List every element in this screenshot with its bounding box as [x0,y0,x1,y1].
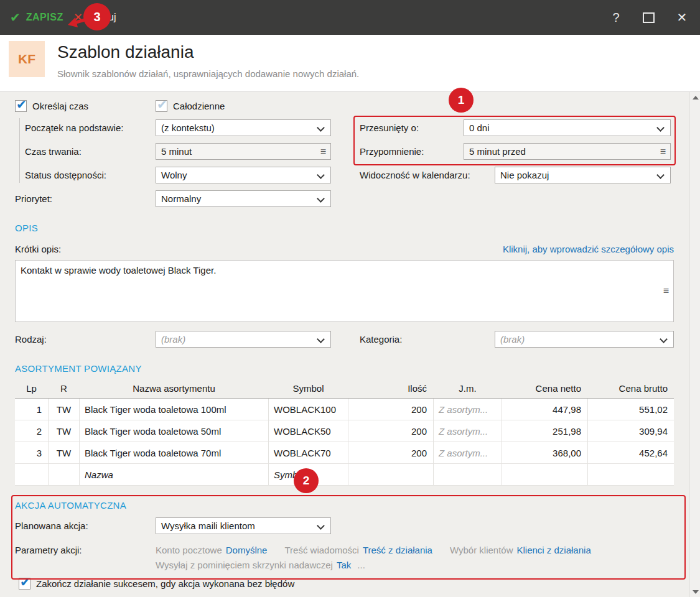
table-row[interactable]: 2 TW Black Tiger woda toaletowa 50ml WOB… [15,420,674,442]
przypomnienie-label: Przypomnienie: [360,146,424,157]
cell-jm[interactable]: Z asortym... [434,420,502,442]
cell-nazwa[interactable]: Black Tiger woda toaletowa 50ml [80,420,269,442]
przesuniety-label: Przesunięty o: [360,123,419,133]
rodzaj-dropdown[interactable]: (brak) [156,331,331,348]
status-label: Status dostępności: [25,170,106,180]
col-brutto: Cena brutto [588,378,674,398]
help-button[interactable]: ? [602,0,630,35]
window: ✔ ZAPISZ ✕ Anuluj ? ✕ KF Szablon działan… [0,0,700,597]
scrollbar-up-button[interactable] [690,92,700,103]
checkbox-okreslaj-czas[interactable]: ✔ Określaj czas [15,100,88,112]
cell-netto[interactable]: 447,98 [502,399,588,420]
section-asortyment-title: ASORTYMENT POWIĄZANY [15,363,142,374]
status-value: Wolny [161,170,187,180]
cell-r[interactable]: TW [49,420,80,442]
cancel-label: Anuluj [88,12,116,23]
cell-symbol[interactable]: WOBLACK50 [269,420,348,442]
cell-r[interactable]: TW [49,399,80,420]
param-name: Wysyłaj z pominięciem skrzynki nadawczej [156,560,333,570]
cell-brutto[interactable]: 309,94 [588,420,674,442]
scrollbar-down-button[interactable] [690,586,700,597]
col-netto: Cena netto [502,378,588,398]
table-row[interactable]: 3 TW Black Tiger woda toaletowa 70ml WOB… [15,442,674,464]
cell-lp[interactable]: 1 [15,399,49,420]
szczegolowy-opis-link[interactable]: Kliknij, aby wprowadzić szczegółowy opis [503,244,674,254]
cell-r[interactable] [49,464,80,485]
cell-nazwa[interactable]: Black Tiger woda toaletowa 70ml [80,442,269,463]
planowana-akcja-dropdown[interactable]: Wysyłka maili klientom [156,517,331,534]
czas-trwania-value: 5 minut [161,146,192,157]
cancel-button[interactable]: ✕ Anuluj [73,0,116,35]
cell-r[interactable]: TW [49,442,80,463]
cell-lp[interactable]: 2 [15,420,49,442]
kategoria-dropdown[interactable]: (brak) [495,331,674,348]
cell-ilosc[interactable]: 200 [348,399,434,420]
avatar-badge: KF [9,41,45,77]
param-value-link[interactable]: Klienci z działania [517,545,591,555]
toolbar: ✔ ZAPISZ ✕ Anuluj ? ✕ [0,0,700,35]
checkbox-zakoncz[interactable]: ✔ Zakończ działanie sukcesem, gdy akcja … [19,578,294,590]
maximize-icon [643,12,655,23]
cell-jm[interactable] [434,464,502,485]
cell-netto[interactable]: 251,98 [502,420,588,442]
cell-brutto[interactable]: 452,64 [588,442,674,463]
close-button[interactable]: ✕ [668,0,696,35]
section-opis-title: OPIS [15,223,38,233]
vertical-scrollbar[interactable] [689,92,700,597]
cell-netto[interactable]: 368,00 [502,442,588,463]
param-value-link[interactable]: Domyślne [226,545,268,555]
przesuniety-dropdown[interactable]: 0 dni [464,119,671,136]
czas-trwania-field[interactable]: 5 minut ≡ [156,143,331,160]
status-dropdown[interactable]: Wolny [156,167,331,183]
maximize-button[interactable] [635,0,662,35]
cell-nazwa-placeholder[interactable]: Nazwa [80,464,269,485]
cell-brutto[interactable] [588,464,674,485]
col-ilosc: Ilość [348,378,434,398]
param-name: Treść wiadomości [284,545,358,555]
cell-ilosc[interactable]: 200 [348,442,434,463]
poczatek-value: (z kontekstu) [161,123,215,133]
cell-netto[interactable] [502,464,588,485]
checkbox-zakoncz-label: Zakończ działanie sukcesem, gdy akcja wy… [36,578,294,589]
poczatek-dropdown[interactable]: (z kontekstu) [156,119,331,136]
cell-nazwa[interactable]: Black Tiger woda toaletowa 100ml [80,399,269,420]
checkbox-checked-icon: ✔ [15,100,27,112]
param-value-link[interactable]: Treść z działania [363,545,432,555]
checkbox-ghost-icon: ✔ [156,100,167,112]
close-icon: ✕ [677,10,688,25]
planowana-akcja-value: Wysyłka maili klientom [161,521,255,531]
rodzaj-label: Rodzaj: [15,334,47,345]
param-value-link[interactable]: Tak [337,560,351,570]
checkbox-calodzienne[interactable]: ✔ Całodzienne [156,100,225,112]
kategoria-label: Kategoria: [360,334,402,345]
table-new-row[interactable]: Nazwa Symb [15,464,674,486]
widocznosc-dropdown[interactable]: Nie pokazuj [495,167,671,183]
cell-jm[interactable]: Z asortym... [434,399,502,420]
header-divider [0,91,700,92]
save-button[interactable]: ✔ ZAPISZ [10,0,63,35]
przypomnienie-field[interactable]: 5 minut przed ≡ [464,143,671,160]
save-label: ZAPISZ [26,12,63,23]
cell-brutto[interactable]: 551,02 [588,399,674,420]
cell-jm[interactable]: Z asortym... [434,442,502,463]
description-textarea[interactable]: Kontakt w sprawie wody toaletowej Black … [15,260,674,322]
cell-ilosc[interactable]: 200 [348,420,434,442]
cell-ilosc[interactable] [348,464,434,485]
checkbox-calodzienne-label: Całodzienne [173,100,225,111]
widocznosc-value: Nie pokazuj [500,170,549,180]
priorytet-dropdown[interactable]: Normalny [156,190,331,207]
cell-symbol-placeholder[interactable]: Symb [269,464,348,485]
section-akcja-title: AKCJA AUTOMATYCZNA [15,500,126,511]
planowana-akcja-label: Planowana akcja: [15,521,88,531]
param-more-ellipsis[interactable]: ... [357,560,365,570]
cell-lp[interactable] [15,464,49,485]
cell-symbol[interactable]: WOBLACK70 [269,442,348,463]
table-row[interactable]: 1 TW Black Tiger woda toaletowa 100ml WO… [15,399,674,420]
col-symbol: Symbol [269,378,348,398]
cell-symbol[interactable]: WOBLACK100 [269,399,348,420]
cell-lp[interactable]: 3 [15,442,49,463]
menu-lines-icon[interactable]: ≡ [663,285,669,297]
menu-lines-icon[interactable]: ≡ [320,146,326,157]
checkbox-checked-icon: ✔ [19,578,30,590]
menu-lines-icon[interactable]: ≡ [660,146,666,157]
